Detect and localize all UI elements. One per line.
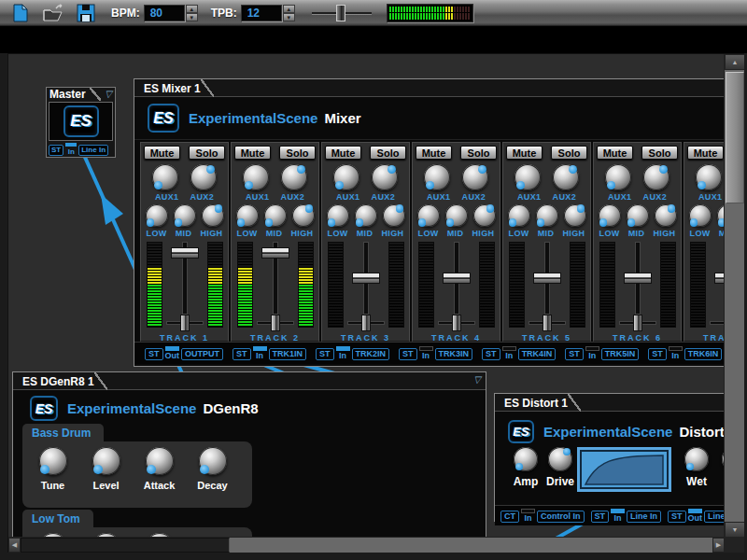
eq-high-knob[interactable] (383, 204, 405, 227)
mute-button[interactable]: Mute (234, 146, 271, 160)
vertical-scrollbar-thumb[interactable] (726, 72, 744, 203)
distort-window-title[interactable]: ES Distort 1 (497, 394, 581, 412)
pan-slider[interactable] (271, 315, 280, 331)
master-volume-slider[interactable] (312, 4, 372, 22)
aux2-knob[interactable] (553, 164, 579, 190)
connector-group[interactable]: ST In TRK3IN (399, 346, 472, 360)
mute-button[interactable]: Mute (144, 146, 180, 160)
scroll-left-icon[interactable]: ◀ (8, 538, 21, 553)
eq-mid-knob[interactable] (627, 204, 649, 227)
pan-slider[interactable] (180, 315, 190, 331)
collapse-icon[interactable]: ▽ (105, 90, 112, 99)
wet-knob[interactable] (684, 447, 709, 471)
aux1-knob[interactable] (605, 164, 631, 190)
open-file-icon[interactable] (41, 3, 65, 23)
aux2-knob[interactable] (190, 164, 217, 190)
connector-group[interactable]: ST Out OUTPUT (145, 346, 223, 360)
aux2-knob[interactable] (643, 164, 669, 190)
bpm-spinner[interactable]: ▲▼ (186, 5, 198, 21)
solo-button[interactable]: Solo (641, 146, 678, 160)
horizontal-scrollbar-thumb[interactable] (21, 538, 230, 553)
mute-button[interactable]: Mute (416, 146, 452, 160)
aux2-knob[interactable] (281, 164, 307, 190)
drum-knob[interactable] (92, 447, 120, 475)
eq-high-knob[interactable] (655, 204, 677, 227)
new-file-icon[interactable] (8, 3, 33, 23)
aux1-knob[interactable] (424, 164, 450, 190)
slider-handle[interactable] (336, 5, 345, 21)
collapse-icon[interactable]: ▽ (473, 375, 481, 385)
eq-low-knob[interactable] (236, 204, 259, 227)
dgenr8-window-title[interactable]: ES DGenR8 1 (15, 372, 107, 390)
eq-low-knob[interactable] (146, 204, 168, 227)
volume-fader[interactable] (443, 273, 471, 284)
mute-button[interactable]: Mute (506, 146, 543, 160)
volume-fader[interactable] (624, 273, 652, 284)
eq-mid-knob[interactable] (536, 204, 558, 227)
eq-low-knob[interactable] (599, 204, 621, 227)
vertical-scrollbar[interactable]: ▲ ▼ (724, 54, 744, 538)
bpm-down-icon[interactable]: ▼ (186, 13, 198, 21)
pan-slider[interactable] (633, 315, 642, 331)
connector-group[interactable]: ST In TRK1IN (233, 346, 306, 360)
connector-group[interactable]: ST In TRK6IN (648, 346, 722, 360)
drum-knob[interactable] (146, 447, 174, 475)
volume-fader[interactable] (171, 247, 199, 259)
mute-button[interactable]: Mute (687, 146, 724, 160)
pan-slider[interactable] (543, 315, 552, 331)
solo-button[interactable]: Solo (460, 146, 497, 160)
connector-group[interactable]: ST In Line In (591, 509, 662, 523)
solo-button[interactable]: Solo (279, 146, 316, 160)
pan-slider[interactable] (452, 315, 461, 331)
horizontal-scrollbar[interactable]: ◀ ▶ (8, 537, 725, 553)
connector-group[interactable]: ST In TRK2IN (316, 346, 389, 360)
connector-group[interactable]: ST In TRK4IN (482, 346, 556, 360)
solo-button[interactable]: Solo (370, 146, 406, 160)
distort-titlebar[interactable]: ES Distort 1 (495, 394, 738, 412)
eq-low-knob[interactable] (327, 204, 349, 227)
save-file-icon[interactable] (74, 3, 98, 23)
dgenr8-titlebar[interactable]: ES DGenR8 1 ▽ (13, 372, 486, 390)
distort-window[interactable]: ES Distort 1 ES ExperimentalScene Distor… (494, 393, 739, 522)
eq-high-knob[interactable] (202, 204, 224, 227)
tpb-up-icon[interactable]: ▲ (283, 5, 295, 13)
volume-fader[interactable] (261, 247, 289, 259)
studio-canvas[interactable]: Master ▽ ES ST In Line In ES Mixer 1 ES (7, 53, 744, 553)
eq-high-knob[interactable] (292, 204, 315, 227)
distortion-curve-display[interactable] (577, 447, 671, 492)
tpb-spinner[interactable]: ▲▼ (283, 5, 295, 21)
mute-button[interactable]: Mute (325, 146, 361, 160)
eq-low-knob[interactable] (508, 204, 530, 227)
mixer-titlebar[interactable]: ES Mixer 1 (134, 79, 731, 97)
eq-mid-knob[interactable] (445, 204, 468, 227)
drum-knob[interactable] (39, 447, 67, 475)
tpb-down-icon[interactable]: ▼ (283, 13, 295, 21)
eq-low-knob[interactable] (417, 204, 440, 227)
volume-fader[interactable] (352, 273, 380, 284)
connector-group[interactable]: ST In TRK5IN (565, 346, 639, 360)
scroll-up-icon[interactable]: ▲ (725, 54, 744, 70)
mixer-window[interactable]: ES Mixer 1 ES ExperimentalScene Mixer Mu… (134, 78, 732, 367)
mute-button[interactable]: Mute (597, 146, 633, 160)
tpb-value[interactable]: 12 (241, 5, 282, 21)
bpm-value[interactable]: 80 (144, 5, 185, 21)
aux2-knob[interactable] (372, 164, 398, 190)
aux1-knob[interactable] (514, 164, 541, 190)
bpm-up-icon[interactable]: ▲ (186, 5, 198, 13)
connector-group[interactable]: ST In Line In (49, 143, 108, 156)
eq-high-knob[interactable] (564, 204, 586, 227)
volume-fader[interactable] (533, 273, 561, 284)
eq-mid-knob[interactable] (264, 204, 287, 227)
aux1-knob[interactable] (696, 164, 722, 190)
aux1-knob[interactable] (333, 164, 359, 190)
connector-group[interactable]: CT In Control In (500, 509, 585, 523)
pan-slider[interactable] (361, 315, 371, 331)
drum-knob[interactable] (199, 447, 227, 475)
amp-knob[interactable] (514, 447, 538, 471)
mixer-window-title[interactable]: ES Mixer 1 (136, 79, 214, 97)
aux1-knob[interactable] (243, 164, 269, 190)
drive-knob[interactable] (548, 447, 572, 471)
eq-high-knob[interactable] (473, 204, 496, 227)
aux1-knob[interactable] (152, 164, 178, 190)
solo-button[interactable]: Solo (189, 146, 225, 160)
